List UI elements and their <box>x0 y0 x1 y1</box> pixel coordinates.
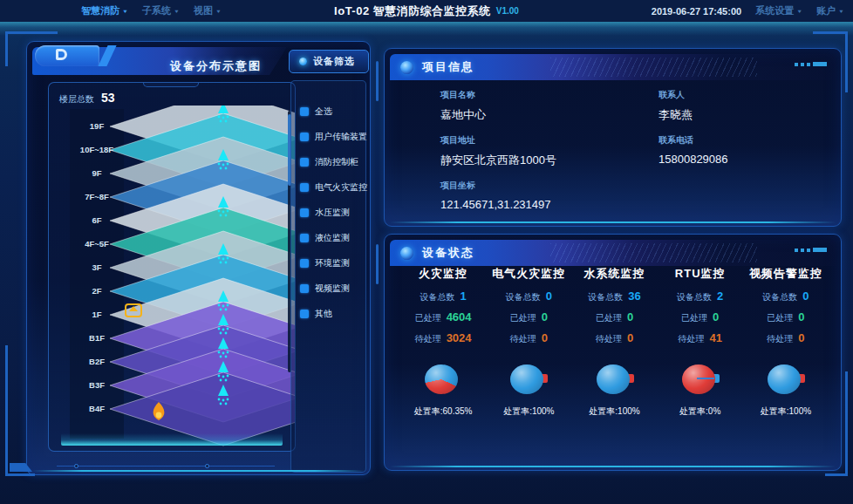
pie-leader-line <box>697 378 714 379</box>
status-column-title: 水系统监控 <box>584 266 645 282</box>
pending-value: 41 <box>709 331 721 344</box>
checkbox-icon[interactable] <box>300 259 309 268</box>
chevron-down-icon: ▼ <box>796 9 802 14</box>
filter-item-其他[interactable]: 其他 <box>300 301 364 326</box>
project-info-header: 项目信息 <box>390 54 836 80</box>
floor-total-value: 53 <box>101 91 115 105</box>
filter-item-视频监测[interactable]: 视频监测 <box>300 276 364 301</box>
floor-label-4F~5F: 4F~5F <box>85 239 109 249</box>
total-value: 1 <box>460 289 466 303</box>
filter-label: 液位监测 <box>315 232 350 244</box>
building-base-glow <box>61 433 283 446</box>
disposal-rate-pie <box>594 364 636 398</box>
disposal-rate-pie <box>765 364 807 398</box>
status-column-RTU监控: RTU监控 设备总数 2 已处理 0 待处理 41 处置率:0% <box>658 266 743 418</box>
checkbox-icon[interactable] <box>300 133 309 141</box>
building-view: 楼层总数 53 19F10F~18F9F7F~8F6F4F~5F3F2F1FB1… <box>48 82 296 452</box>
field-value: 15800829086 <box>659 153 815 166</box>
floor-label-3F: 3F <box>92 262 101 272</box>
processed-label: 已处理 <box>510 312 536 324</box>
menu-子系统[interactable]: 子系统▼ <box>142 4 180 17</box>
menu-智慧消防[interactable]: 智慧消防▼ <box>81 4 128 17</box>
filter-item-电气火灾监控[interactable]: 电气火灾监控 <box>300 174 364 200</box>
circuit-deco-line <box>57 460 275 467</box>
top-glow-strip <box>0 22 853 36</box>
frame-corner-bottom-right <box>825 371 848 476</box>
topbar-right: 2019-06-27 17:45:00 系统设置▼ 账户▼ <box>652 0 844 22</box>
floor-label-B1F: B1F <box>89 333 105 343</box>
menu-视图[interactable]: 视图▼ <box>194 4 222 17</box>
status-column-水系统监控: 水系统监控 设备总数 36 已处理 0 待处理 0 处置率:100% <box>571 266 657 418</box>
filter-label: 水压监测 <box>315 207 350 219</box>
floor-label-B3F: B3F <box>89 380 105 390</box>
app-version: V1.00 <box>496 6 519 16</box>
pending-label: 待处理 <box>510 333 536 345</box>
checkbox-icon[interactable] <box>300 208 309 217</box>
device-filter-title: 设备筛选 <box>313 55 355 68</box>
checkbox-icon[interactable] <box>300 158 309 167</box>
filter-item-水压监测[interactable]: 水压监测 <box>300 200 364 225</box>
floor-label-10F~18F: 10F~18F <box>80 145 113 154</box>
frame-tick <box>376 244 379 284</box>
frame-corner-top-left <box>5 31 58 66</box>
disposal-rate-pie <box>508 364 549 398</box>
building-top-tab <box>143 82 199 87</box>
filter-item-用户传输装置[interactable]: 用户传输装置 <box>300 124 364 149</box>
hatch-deco <box>550 58 757 77</box>
status-column-视频告警监控: 视频告警监控 设备总数 0 已处理 0 待处理 0 处置率:100% <box>743 266 829 418</box>
filter-item-消防控制柜[interactable]: 消防控制柜 <box>300 149 364 174</box>
system-settings-menu[interactable]: 系统设置▼ <box>755 4 802 17</box>
chevron-down-icon: ▼ <box>838 9 844 14</box>
checkbox-icon[interactable] <box>300 107 309 116</box>
status-column-title: 火灾监控 <box>419 266 467 282</box>
processed-label: 已处理 <box>681 312 707 324</box>
project-info-panel: 项目信息 项目名称 嘉地中心联系人 李晓燕项目地址 静安区北京西路1000号联系… <box>384 48 842 227</box>
project-field-项目坐标: 项目坐标 121.45671,31.231497 <box>440 180 659 211</box>
device-filter-tab[interactable]: 设备筛选 <box>289 50 369 73</box>
disposal-rate-pie <box>422 364 464 398</box>
processed-value: 0 <box>798 310 804 324</box>
account-menu[interactable]: 账户▼ <box>816 4 844 17</box>
building-stack-diagram: 19F10F~18F9F7F~8F6F4F~5F3F2F1FB1FB2FB3FB… <box>49 106 296 447</box>
filter-item-全选[interactable]: 全选 <box>300 99 364 124</box>
processed-value: 0 <box>713 310 719 324</box>
total-label: 设备总数 <box>762 291 797 303</box>
total-value: 0 <box>802 289 809 303</box>
frame-corner-top-right <box>813 31 848 92</box>
pie-chart <box>425 364 458 394</box>
checkbox-icon[interactable] <box>300 310 309 318</box>
filter-item-环境监测[interactable]: 环境监测 <box>300 250 364 276</box>
filter-item-液位监测[interactable]: 液位监测 <box>300 225 364 250</box>
checkbox-icon[interactable] <box>300 284 309 293</box>
pending-value: 3024 <box>447 331 472 344</box>
status-column-电气火灾监控: 电气火灾监控 设备总数 0 已处理 0 待处理 0 处置率:100% <box>486 266 571 418</box>
project-field-项目地址: 项目地址 静安区北京西路1000号 <box>440 134 659 168</box>
glow-dot-icon <box>299 58 307 65</box>
pending-value: 0 <box>798 331 804 344</box>
floor-label-19F: 19F <box>90 121 105 131</box>
total-label: 设备总数 <box>677 291 712 303</box>
frame-corner-bottom-left <box>5 345 35 476</box>
total-label: 设备总数 <box>506 291 541 303</box>
disposal-rate-pie <box>679 364 721 398</box>
filter-label: 消防控制柜 <box>315 156 358 168</box>
pending-label: 待处理 <box>596 333 622 345</box>
pending-value: 0 <box>627 331 633 344</box>
checkbox-icon[interactable] <box>300 234 309 242</box>
project-field-联系电话: 联系电话 15800829086 <box>659 134 815 168</box>
device-distribution-panel: 设备分布示意图 设备筛选 楼层总数 53 19F10F~18F9F7F~8F6F… <box>26 41 371 475</box>
processed-label: 已处理 <box>767 312 793 324</box>
floor-label-7F~8F: 7F~8F <box>85 192 109 201</box>
checkbox-icon[interactable] <box>300 183 309 192</box>
chevron-down-icon: ▼ <box>215 9 222 14</box>
total-label: 设备总数 <box>420 291 454 303</box>
field-label: 项目名称 <box>440 89 659 101</box>
field-label: 联系人 <box>659 89 815 101</box>
field-value: 121.45671,31.231497 <box>440 198 659 211</box>
field-value: 嘉地中心 <box>440 107 659 123</box>
hatch-deco <box>550 243 757 262</box>
total-value: 36 <box>628 289 640 303</box>
project-info-title: 项目信息 <box>422 59 474 75</box>
field-value: 静安区北京西路1000号 <box>440 153 659 168</box>
processed-value: 0 <box>542 310 548 324</box>
